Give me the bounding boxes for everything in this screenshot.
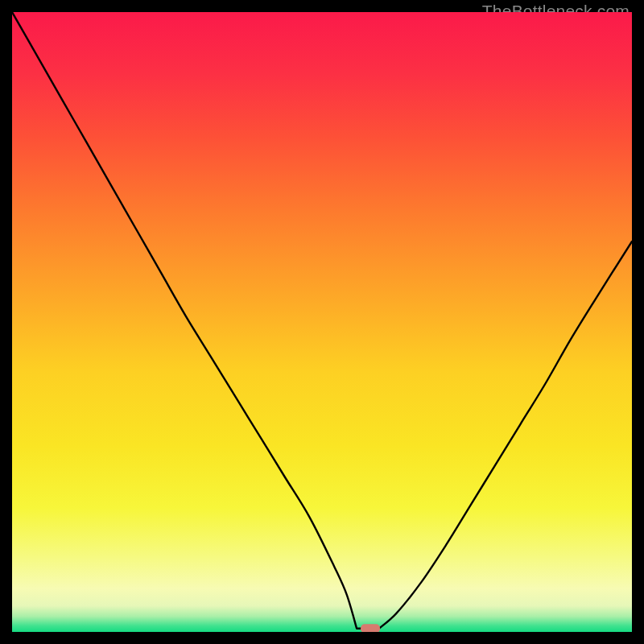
plot-area [12, 12, 632, 632]
optimal-marker [361, 624, 380, 632]
bottleneck-chart [12, 12, 632, 632]
chart-frame: TheBottleneck.com [0, 0, 644, 644]
gradient-background [12, 12, 632, 632]
